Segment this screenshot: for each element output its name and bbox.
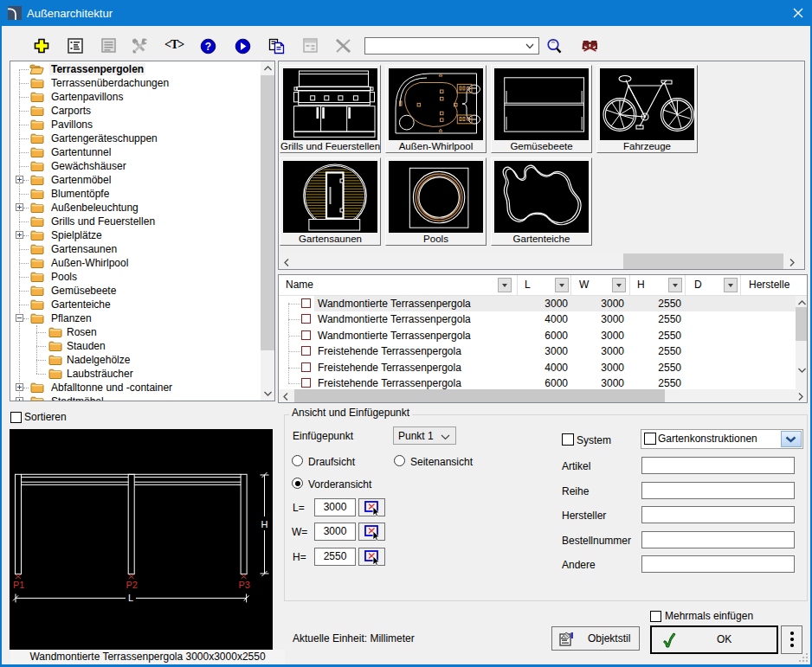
svg-text:P3: P3 <box>239 580 250 590</box>
svg-text:H: H <box>261 519 268 529</box>
svg-text:P1: P1 <box>13 580 24 590</box>
svg-text:P2: P2 <box>126 580 138 590</box>
svg-text:L: L <box>128 593 133 603</box>
svg-text:?: ? <box>205 41 211 53</box>
